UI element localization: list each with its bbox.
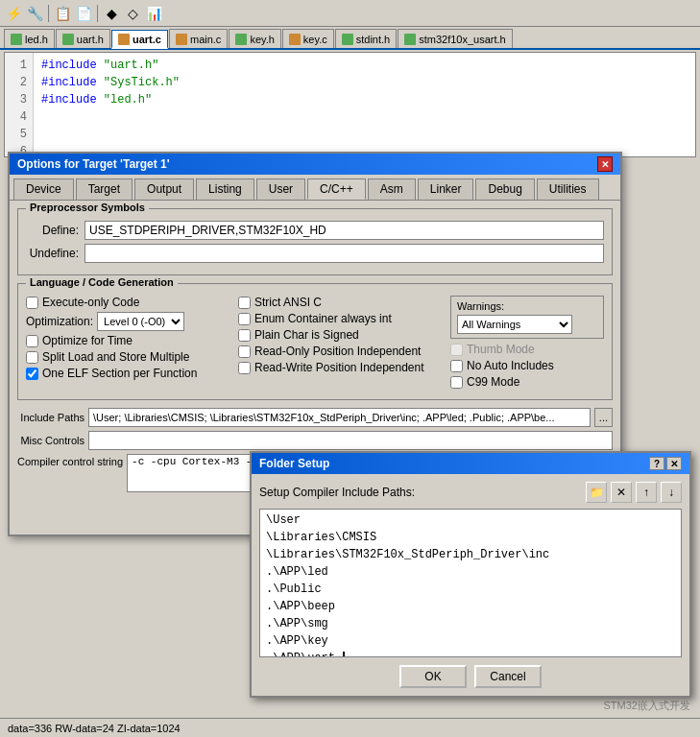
toolbar-icon-1[interactable]: ⚡ — [4, 4, 23, 23]
toolbar-icon-2[interactable]: 🔧 — [25, 4, 44, 23]
folder-path-smg[interactable]: .\APP\smg — [264, 615, 677, 632]
thumb-mode-checkbox[interactable] — [450, 344, 463, 356]
folder-path-public[interactable]: .\Public — [264, 581, 677, 598]
include-paths-label: Include Paths — [17, 412, 84, 423]
optimize-time-checkbox[interactable] — [26, 335, 38, 347]
include-browse-button[interactable]: ... — [594, 408, 613, 427]
tab-label-led-h: led.h — [25, 34, 48, 45]
tab-led-h[interactable]: led.h — [4, 29, 55, 48]
tab-utilities[interactable]: Utilities — [537, 178, 599, 200]
tab-label-stdint-h: stdint.h — [356, 34, 390, 45]
tab-icon-stdint-h — [342, 34, 353, 45]
folder-title-buttons: ? ✕ — [649, 457, 682, 470]
preprocessor-section: Preprocessor Symbols Define: Undefine: — [17, 208, 613, 275]
undefine-row: Undefine: — [26, 244, 604, 263]
define-input[interactable] — [84, 221, 604, 240]
folder-down-button[interactable]: ↓ — [661, 482, 682, 503]
language-section: Language / Code Generation Execute-only … — [17, 283, 613, 400]
misc-input[interactable] — [88, 431, 613, 450]
language-left: Execute-only Code Optimization: Level 0 … — [26, 296, 230, 392]
execute-only-checkbox[interactable] — [26, 297, 38, 309]
tab-stm32-h[interactable]: stm32f10x_usart.h — [398, 29, 513, 48]
toolbar-icon-7[interactable]: 📊 — [144, 4, 163, 23]
folder-question-button[interactable]: ? — [649, 457, 664, 470]
code-content[interactable]: #include "uart.h" #include "SysTick.h" #… — [34, 53, 695, 156]
status-bar: data=336 RW-data=24 ZI-data=1024 — [0, 718, 700, 737]
plain-char-checkbox[interactable] — [238, 329, 251, 342]
tab-target[interactable]: Target — [76, 178, 133, 200]
strict-ansi-checkbox[interactable] — [238, 297, 251, 309]
execute-only-row: Execute-only Code — [26, 296, 230, 309]
undefine-input[interactable] — [84, 244, 604, 263]
toolbar-icon-4[interactable]: 📄 — [74, 4, 93, 23]
tab-linker[interactable]: Linker — [418, 178, 474, 200]
tab-debug[interactable]: Debug — [475, 178, 534, 200]
include-paths-input[interactable] — [88, 408, 591, 427]
one-elf-label: One ELF Section per Function — [42, 367, 197, 380]
tab-uart-h[interactable]: uart.h — [56, 29, 110, 48]
folder-delete-button[interactable]: ✕ — [611, 482, 632, 503]
folder-toolbar: Setup Compiler Include Paths: 📁 ✕ ↑ ↓ — [259, 482, 682, 503]
tab-user[interactable]: User — [256, 178, 305, 200]
warnings-select[interactable]: All Warnings No Warnings Warnings as Err… — [457, 315, 572, 334]
warnings-group: Warnings: All Warnings No Warnings Warni… — [450, 296, 604, 339]
options-tabs: Device Target Output Listing User C/C++ … — [10, 175, 620, 201]
toolbar-icon-5[interactable]: ◆ — [102, 4, 121, 23]
no-auto-includes-checkbox[interactable] — [450, 360, 463, 372]
tab-label-key-c: key.c — [303, 34, 327, 45]
folder-path-key[interactable]: .\APP\key — [264, 632, 677, 650]
folder-new-button[interactable]: 📁 — [586, 482, 607, 503]
tab-cpp[interactable]: C/C++ — [307, 178, 366, 200]
folder-cancel-button[interactable]: Cancel — [474, 665, 542, 688]
folder-path-user[interactable]: \User — [264, 511, 677, 529]
tab-key-h[interactable]: key.h — [229, 29, 280, 48]
no-auto-includes-label: No Auto Includes — [467, 359, 554, 372]
watermark-text: STM32嵌入式开发 — [604, 700, 690, 711]
tab-output[interactable]: Output — [134, 178, 194, 200]
folder-dialog: Folder Setup ? ✕ Setup Compiler Include … — [250, 451, 691, 698]
execute-only-label: Execute-only Code — [42, 296, 139, 309]
folder-close-button[interactable]: ✕ — [666, 457, 682, 470]
enum-container-checkbox[interactable] — [238, 313, 251, 325]
tab-device[interactable]: Device — [13, 178, 74, 200]
split-load-checkbox[interactable] — [26, 351, 38, 364]
folder-path-uart[interactable]: .\APP\uart — [264, 650, 677, 657]
tab-main-c[interactable]: main.c — [169, 29, 228, 48]
read-only-checkbox[interactable] — [238, 345, 251, 358]
tab-stdint-h[interactable]: stdint.h — [335, 29, 397, 48]
split-load-label: Split Load and Store Multiple — [42, 350, 189, 364]
status-text: data=336 RW-data=24 ZI-data=1024 — [8, 723, 181, 734]
misc-row: Misc Controls — [17, 431, 613, 450]
undefine-label: Undefine: — [26, 247, 79, 260]
folder-path-led[interactable]: .\APP\led — [264, 563, 677, 581]
plain-char-label: Plain Char is Signed — [254, 328, 359, 342]
folder-path-stm32driver[interactable]: \Libraries\STM32F10x_StdPeriph_Driver\in… — [264, 546, 677, 563]
folder-path-beep[interactable]: .\APP\beep — [264, 598, 677, 615]
one-elf-checkbox[interactable] — [26, 368, 38, 380]
folder-ok-button[interactable]: OK — [399, 665, 467, 688]
options-close-button[interactable]: ✕ — [597, 156, 613, 172]
toolbar-icon-3[interactable]: 📋 — [53, 4, 72, 23]
folder-up-button[interactable]: ↑ — [636, 482, 657, 503]
folder-path-list[interactable]: \User \Libraries\CMSIS \Libraries\STM32F… — [259, 509, 682, 657]
tab-listing[interactable]: Listing — [196, 178, 254, 200]
tab-uart-c[interactable]: uart.c — [111, 30, 168, 49]
tab-icon-key-c — [289, 34, 301, 45]
optimization-row: Optimization: Level 0 (-O0) Level 1 (-O1… — [26, 312, 230, 331]
define-label: Define: — [26, 224, 79, 237]
strict-ansi-row: Strict ANSI C — [238, 296, 443, 309]
toolbar-sep-2 — [97, 5, 98, 22]
c99-mode-checkbox[interactable] — [450, 376, 463, 389]
tab-key-c[interactable]: key.c — [282, 29, 334, 48]
tab-asm[interactable]: Asm — [368, 178, 416, 200]
plain-char-row: Plain Char is Signed — [238, 328, 443, 342]
tab-label-stm32-h: stm32f10x_usart.h — [419, 34, 506, 45]
toolbar-icon-6[interactable]: ◇ — [123, 4, 142, 23]
watermark: STM32嵌入式开发 — [604, 699, 690, 713]
tab-label-main-c: main.c — [190, 34, 221, 45]
read-only-row: Read-Only Position Independent — [238, 345, 443, 358]
c99-mode-label: C99 Mode — [467, 375, 519, 389]
folder-path-cmsis[interactable]: \Libraries\CMSIS — [264, 529, 677, 546]
optimization-select[interactable]: Level 0 (-O0) Level 1 (-O1) Level 2 (-O2… — [97, 312, 184, 331]
read-write-checkbox[interactable] — [238, 362, 251, 374]
